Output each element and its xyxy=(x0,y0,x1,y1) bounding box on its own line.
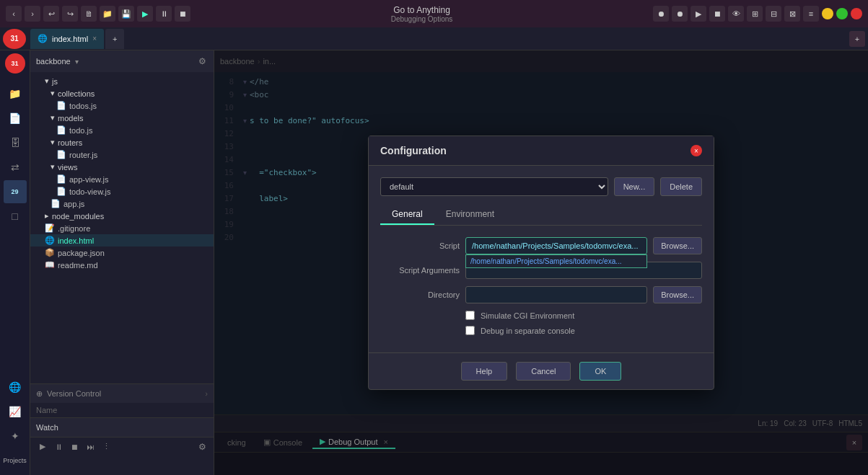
tab-close-icon[interactable]: × xyxy=(92,35,97,43)
tree-item-collections[interactable]: ▾ collections xyxy=(30,87,214,99)
maximize-button[interactable] xyxy=(836,8,848,19)
sidebar-badge-btn[interactable]: 29 xyxy=(4,180,27,203)
sidebar-chart-btn[interactable]: 📈 xyxy=(4,400,27,423)
panel-folder-label: backbone xyxy=(36,57,71,66)
stop2-button[interactable]: ⏹ xyxy=(709,6,725,22)
watch-menu-btn[interactable]: ⋮ xyxy=(100,440,113,453)
version-control-header[interactable]: ⊕ Version Control › xyxy=(30,384,214,403)
run-button[interactable]: ▶ xyxy=(137,6,153,22)
tree-item-readme-md[interactable]: 📖 readme.md xyxy=(30,259,214,271)
tree-item-todo-js[interactable]: 📄 todo.js xyxy=(30,124,214,136)
sidebar-projects-btn[interactable]: Projects xyxy=(4,449,27,472)
sidebar-square-btn[interactable]: □ xyxy=(4,205,27,228)
script-browse-button[interactable]: Browse... xyxy=(653,237,702,254)
watch-pause-btn[interactable]: ⏸ xyxy=(52,440,65,453)
config-delete-button[interactable]: Delete xyxy=(660,177,702,196)
sidebar-newfile-btn[interactable]: 📄 xyxy=(4,107,27,130)
layout1-button[interactable]: ⊞ xyxy=(747,6,763,22)
pause-button[interactable]: ⏸ xyxy=(156,6,172,22)
open-folder-button[interactable]: 📁 xyxy=(100,6,115,22)
sidebar-star-btn[interactable]: ✦ xyxy=(4,425,27,448)
redo-button[interactable]: ↪ xyxy=(62,6,78,22)
undo-button[interactable]: ↩ xyxy=(43,6,59,22)
tree-item-app-view-js[interactable]: 📄 app-view.js xyxy=(30,173,214,185)
tab-label: index.html xyxy=(52,35,88,43)
back-button[interactable]: ‹ xyxy=(6,6,22,22)
watch-settings-btn[interactable]: ⚙ xyxy=(197,440,208,453)
sidebar-files-btn[interactable]: 📁 xyxy=(4,82,27,105)
tree-folder-icon: ▸ xyxy=(45,211,49,221)
watch-play-btn[interactable]: ▶ xyxy=(36,440,49,453)
watch-skip-btn[interactable]: ⏭ xyxy=(84,440,97,453)
tree-item-todos-js[interactable]: 📄 todos.js xyxy=(30,99,214,112)
sidebar-globe-btn[interactable]: 🌐 xyxy=(4,376,27,399)
tree-item-routers[interactable]: ▾ routers xyxy=(30,136,214,148)
title-bar-right: ⏺ ⏺ ▶ ⏹ 👁 ⊞ ⊟ ⊠ ≡ xyxy=(653,6,862,22)
dialog-tab-general[interactable]: General xyxy=(380,205,434,225)
tree-folder-icon: ▾ xyxy=(51,89,55,98)
dialog-tabs: General Environment xyxy=(380,205,702,226)
version-control-panel: ⊕ Version Control › Name xyxy=(30,383,214,417)
panel-caret-icon[interactable]: ▾ xyxy=(75,58,79,66)
run2-button[interactable]: ▶ xyxy=(691,6,706,22)
debug-console-checkbox[interactable] xyxy=(465,326,475,335)
dialog-close-button[interactable]: × xyxy=(691,145,702,156)
tree-item-gitignore[interactable]: 📝 .gitignore xyxy=(30,222,214,234)
simulate-cgi-checkbox[interactable] xyxy=(465,311,475,320)
config-profile-select[interactable]: default xyxy=(380,177,608,196)
forward-button[interactable]: › xyxy=(25,6,40,22)
tree-item-label: app-view.js xyxy=(69,175,108,184)
tree-item-index-html[interactable]: 🌐 index.html xyxy=(30,234,214,247)
stop-button[interactable]: ⏹ xyxy=(175,6,190,22)
tab-icon: 🌐 xyxy=(38,34,48,43)
record-button[interactable]: ⏺ xyxy=(653,6,669,22)
eye-button[interactable]: 👁 xyxy=(728,6,744,22)
help-button[interactable]: Help xyxy=(461,362,508,381)
directory-browse-button[interactable]: Browse... xyxy=(653,286,702,303)
main-layout: 31 📁 📄 🗄 ⇄ 29 □ 🌐 📈 ✦ Projects backbone … xyxy=(0,50,868,475)
watch-stop-btn[interactable]: ⏹ xyxy=(68,440,81,453)
panel-settings-btn[interactable]: ⚙ xyxy=(197,55,208,68)
tree-item-label: todos.js xyxy=(69,102,97,110)
config-select-row: default New... Delete xyxy=(380,177,702,196)
script-dropdown[interactable]: /home/nathan/Projects/Samples/todomvc/ex… xyxy=(465,254,647,268)
icon-sidebar: 31 📁 📄 🗄 ⇄ 29 □ 🌐 📈 ✦ Projects xyxy=(0,50,30,475)
record2-button[interactable]: ⏺ xyxy=(672,6,688,22)
tree-item-todo-view-js[interactable]: 📄 todo-view.js xyxy=(30,185,214,197)
ok-button[interactable]: OK xyxy=(579,362,621,381)
tree-item-models[interactable]: ▾ models xyxy=(30,112,214,124)
tree-file-icon: 📦 xyxy=(45,248,55,257)
tree-item-app-js[interactable]: 📄 app.js xyxy=(30,197,214,210)
sidebar-db-btn[interactable]: 🗄 xyxy=(4,131,27,154)
script-input[interactable] xyxy=(465,237,647,254)
directory-input[interactable] xyxy=(465,286,647,303)
close-button[interactable] xyxy=(851,8,862,19)
args-label: Script Arguments xyxy=(380,266,460,275)
tree-item-label: routers xyxy=(58,138,82,147)
tree-item-label: package.json xyxy=(58,249,105,257)
cancel-button[interactable]: Cancel xyxy=(516,362,571,381)
open-file-button[interactable]: 🗎 xyxy=(81,6,97,22)
tab-new[interactable]: + xyxy=(105,29,124,49)
config-new-button[interactable]: New... xyxy=(614,177,655,196)
tree-item-js[interactable]: ▾ js xyxy=(30,75,214,87)
dialog-tab-environment[interactable]: Environment xyxy=(434,205,506,225)
tree-item-package-json[interactable]: 📦 package.json xyxy=(30,247,214,259)
tree-item-views[interactable]: ▾ views xyxy=(30,161,214,173)
menu-button[interactable]: ≡ xyxy=(803,6,819,22)
tab-index-html[interactable]: 🌐 index.html × xyxy=(30,29,104,49)
layout2-button[interactable]: ⊟ xyxy=(766,6,781,22)
tree-item-node-modules[interactable]: ▸ node_modules xyxy=(30,210,214,222)
tree-item-router-js[interactable]: 📄 router.js xyxy=(30,148,214,161)
save-button[interactable]: 💾 xyxy=(118,6,134,22)
minimize-button[interactable] xyxy=(822,8,833,19)
app-title: Go to Anything xyxy=(393,5,450,15)
sidebar-sync-btn[interactable]: ⇄ xyxy=(4,156,27,179)
sidebar-logo-btn[interactable]: 31 xyxy=(5,53,25,74)
layout3-button[interactable]: ⊠ xyxy=(784,6,800,22)
tree-file-icon: 📝 xyxy=(45,223,55,233)
panel-header: backbone ▾ ⚙ xyxy=(30,50,214,72)
add-tab-button[interactable]: + xyxy=(849,31,865,47)
tree-file-icon: 📄 xyxy=(56,187,66,196)
directory-label: Directory xyxy=(380,290,460,299)
